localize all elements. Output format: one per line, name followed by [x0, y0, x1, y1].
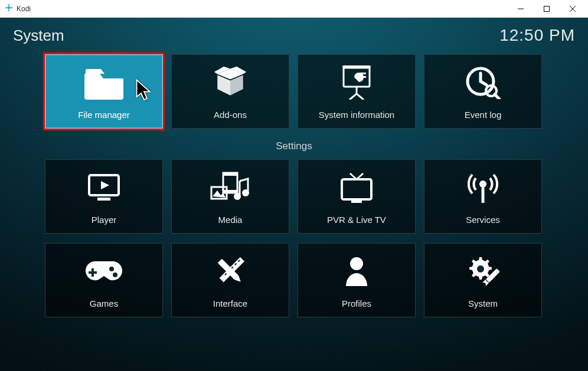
tile-label: System [468, 298, 498, 308]
svg-rect-20 [97, 198, 110, 201]
folder-icon [83, 64, 125, 101]
tile-label: Games [90, 298, 118, 308]
gear-tool-icon [466, 252, 499, 290]
tile-system-information[interactable]: System information [298, 54, 416, 129]
svg-rect-10 [342, 65, 371, 68]
svg-rect-28 [342, 179, 371, 199]
tile-system[interactable]: System [424, 243, 542, 317]
row-settings-1: Player Media PVR & Live TV [45, 159, 543, 234]
svg-rect-21 [223, 173, 237, 193]
tile-label: System information [319, 110, 394, 120]
row-top: File manager Add-ons System informati [45, 54, 543, 129]
page-title: System [13, 27, 64, 45]
tile-label: Services [466, 215, 500, 225]
tile-games[interactable]: Games [45, 243, 163, 317]
svg-rect-22 [223, 173, 237, 176]
maximize-button[interactable] [534, 1, 560, 17]
clock: 12:50 PM [499, 26, 575, 45]
gamepad-icon [84, 252, 123, 290]
svg-rect-14 [360, 73, 366, 74]
svg-rect-35 [89, 271, 97, 274]
svg-point-27 [242, 189, 249, 196]
tile-media[interactable]: Media [171, 159, 289, 234]
svg-rect-23 [223, 190, 237, 193]
player-icon [87, 169, 121, 206]
svg-line-13 [357, 94, 364, 100]
section-label: Settings [45, 140, 543, 152]
clock-search-icon [465, 64, 501, 101]
content: File manager Add-ons System informati [0, 48, 588, 317]
tile-interface[interactable]: Interface [171, 243, 289, 317]
header: System 12:50 PM [0, 18, 588, 48]
svg-rect-4 [7, 5, 11, 9]
tv-icon [339, 169, 374, 206]
app-body: System 12:50 PM File manager [0, 18, 588, 371]
window-title: Kodi [17, 5, 31, 13]
antenna-icon [468, 169, 498, 206]
svg-point-45 [350, 257, 363, 270]
svg-point-36 [109, 267, 114, 271]
svg-rect-0 [8, 4, 9, 5]
svg-rect-6 [544, 6, 550, 11]
tile-file-manager[interactable]: File manager [45, 54, 163, 129]
tile-label: Media [218, 215, 243, 225]
tile-label: Profiles [342, 298, 371, 308]
svg-rect-15 [360, 76, 366, 78]
tile-label: Interface [213, 298, 247, 308]
cursor-icon [135, 78, 153, 104]
tile-label: File manager [78, 110, 130, 120]
svg-rect-31 [351, 201, 362, 203]
svg-point-32 [479, 180, 486, 188]
presentation-icon [342, 64, 371, 101]
kodi-logo-icon [5, 4, 13, 14]
titlebar: Kodi [0, 0, 588, 18]
svg-point-25 [222, 189, 224, 191]
svg-rect-1 [8, 9, 9, 11]
tile-services[interactable]: Services [424, 159, 542, 234]
box-open-icon [213, 64, 247, 101]
person-icon [344, 252, 370, 290]
tile-label: PVR & Live TV [327, 215, 386, 225]
ruler-pencil-icon [214, 252, 246, 290]
tile-label: Player [92, 215, 117, 225]
close-button[interactable] [560, 1, 586, 17]
media-icon [210, 169, 250, 206]
tile-label: Event log [465, 110, 502, 120]
svg-point-46 [477, 265, 484, 272]
svg-point-26 [234, 193, 241, 200]
svg-line-12 [349, 94, 357, 100]
tile-add-ons[interactable]: Add-ons [171, 54, 289, 129]
tile-player[interactable]: Player [45, 159, 163, 234]
titlebar-left: Kodi [5, 4, 31, 14]
tile-profiles[interactable]: Profiles [298, 243, 416, 317]
row-settings-2: Games Interface Profiles [45, 243, 543, 317]
tile-event-log[interactable]: Event log [424, 54, 542, 129]
tile-label: Add-ons [214, 110, 247, 120]
svg-rect-3 [11, 6, 12, 8]
svg-rect-2 [5, 6, 7, 8]
svg-line-18 [495, 94, 499, 99]
minimize-button[interactable] [508, 1, 534, 17]
tile-pvr-live-tv[interactable]: PVR & Live TV [298, 159, 416, 234]
window: Kodi System 12:50 PM [0, 0, 588, 371]
svg-point-37 [113, 272, 117, 277]
